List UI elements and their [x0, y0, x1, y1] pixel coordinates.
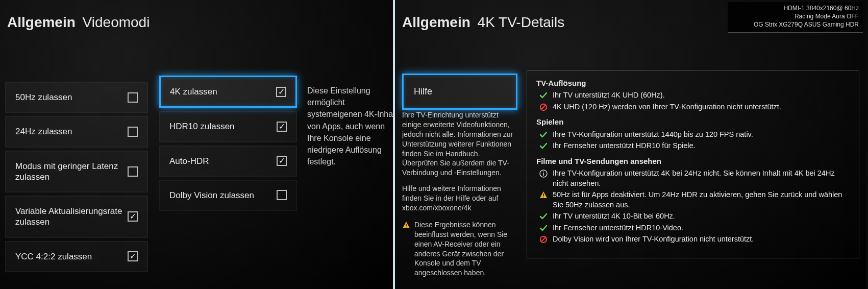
osd-line: Racing Mode Aura OFF [733, 12, 859, 20]
checkbox-icon [276, 87, 286, 97]
option-label: HDR10 zulassen [169, 121, 277, 132]
option-dolby-vision[interactable]: Dolby Vision zulassen [159, 180, 297, 211]
breadcrumb-section: Allgemein [7, 14, 76, 30]
help-text-column: Ihre TV-Einrichtung unterstützt einige e… [402, 104, 517, 278]
help-warning: Diese Ergebnisse können beeinflusst werd… [402, 220, 517, 278]
detail-row: Ihr TV unterstützt 4K 10-Bit bei 60Hz. [539, 211, 850, 222]
check-icon [539, 142, 548, 150]
breadcrumb: Allgemein Videomodi [7, 14, 150, 31]
detail-row: Ihre TV-Konfiguration unterstützt 1440p … [539, 130, 850, 140]
help-paragraph: Hilfe und weitere Informationen finden S… [402, 184, 517, 213]
option-low-latency[interactable]: Modus mit geringer Latenz zulassen [5, 151, 148, 193]
checkbox-icon [128, 127, 138, 137]
option-label: 50Hz zulassen [15, 92, 128, 103]
checkbox-icon [128, 211, 138, 222]
detail-row: Ihr Fernseher unterstützt HDR10 für Spie… [539, 141, 850, 151]
breadcrumb: Allgemein 4K TV-Details [402, 14, 564, 31]
checkbox-icon [128, 251, 138, 261]
detail-text: 50Hz ist für Apps deaktiviert. Um 24Hz H… [553, 190, 850, 210]
detail-row: 50Hz ist für Apps deaktiviert. Um 24Hz H… [539, 190, 850, 210]
section-title: TV-Auflösung [536, 78, 850, 88]
pane-4k-details: HDMI-1 3840x2160@ 60Hz Racing Mode Aura … [395, 0, 866, 289]
options-column-right: 4K zulassen HDR10 zulassen Auto-HDR Dolb… [159, 76, 297, 211]
check-icon [539, 212, 548, 221]
breadcrumb-page: Videomodi [83, 14, 150, 30]
section-title: Filme und TV-Sendungen ansehen [536, 156, 850, 166]
warning-icon [402, 221, 410, 229]
option-label: Modus mit geringer Latenz zulassen [15, 161, 128, 183]
detail-row: Ihr TV unterstützt 4K UHD (60Hz). [539, 90, 850, 101]
detail-row: Dolby Vision wird von Ihrer TV-Konfigura… [539, 234, 850, 245]
help-warning-text: Diese Ergebnisse können beeinflusst werd… [414, 220, 517, 278]
osd-line: OG Strix XG279Q ASUS Gaming HDR [733, 20, 859, 29]
option-50hz[interactable]: 50Hz zulassen [5, 82, 148, 113]
checkbox-icon [128, 92, 138, 103]
detail-text: Ihr TV unterstützt 4K 10-Bit bei 60Hz. [553, 211, 850, 222]
checkbox-icon [277, 190, 287, 200]
unsupported-icon [539, 235, 548, 244]
option-24hz[interactable]: 24Hz zulassen [5, 116, 148, 147]
detail-row: 4K UHD (120 Hz) werden von Ihrer TV-Konf… [539, 102, 850, 112]
check-icon [539, 131, 548, 139]
detail-row: Ihre TV-Konfiguration unterstützt 4K bei… [539, 168, 850, 188]
checkbox-icon [128, 166, 138, 177]
osd-line: HDMI-1 3840x2160@ 60Hz [733, 4, 859, 12]
option-auto-hdr[interactable]: Auto-HDR [159, 146, 297, 177]
option-label: Auto-HDR [169, 156, 277, 166]
option-label: YCC 4:2:2 zulassen [15, 251, 128, 262]
option-label: 24Hz zulassen [15, 126, 128, 137]
option-ycc422[interactable]: YCC 4:2:2 zulassen [5, 241, 148, 272]
checkbox-icon [277, 156, 287, 166]
detail-text: Ihr Fernseher unterstützt HDR10 für Spie… [553, 141, 850, 151]
check-icon [539, 91, 548, 100]
options-column-left: 50Hz zulassen 24Hz zulassen Modus mit ge… [5, 82, 148, 272]
detail-row: Ihr Fernseher unterstützt HDR10-Video. [539, 223, 850, 233]
pane-videomodi: Allgemein Videomodi 50Hz zulassen 24Hz z… [0, 0, 395, 289]
monitor-osd-overlay: HDMI-1 3840x2160@ 60Hz Racing Mode Aura … [728, 2, 863, 33]
checkbox-icon [277, 122, 287, 132]
option-hdr10[interactable]: HDR10 zulassen [159, 111, 297, 142]
breadcrumb-page: 4K TV-Details [478, 14, 565, 30]
detail-text: Ihr Fernseher unterstützt HDR10-Video. [553, 223, 850, 233]
check-icon [539, 224, 548, 232]
section-title: Spielen [536, 117, 850, 127]
detail-text: 4K UHD (120 Hz) werden von Ihrer TV-Konf… [553, 102, 850, 112]
option-description: Diese Einstellung ermöglicht systemeigen… [307, 85, 399, 167]
option-label: Variable Aktualisierungsrate zulassen [15, 206, 128, 228]
unsupported-icon [539, 103, 548, 111]
tv-details-panel: TV-Auflösung Ihr TV unterstützt 4K UHD (… [527, 70, 859, 258]
warning-icon [539, 191, 548, 199]
help-button-label: Hilfe [414, 86, 432, 97]
breadcrumb-section: Allgemein [402, 14, 470, 30]
detail-text: Dolby Vision wird von Ihrer TV-Konfigura… [553, 234, 850, 245]
option-4k[interactable]: 4K zulassen [159, 76, 297, 108]
option-label: 4K zulassen [170, 86, 276, 97]
detail-text: Ihre TV-Konfiguration unterstützt 1440p … [553, 130, 850, 140]
option-vrr[interactable]: Variable Aktualisierungsrate zulassen [5, 196, 148, 238]
detail-text: Ihr TV unterstützt 4K UHD (60Hz). [553, 90, 850, 101]
detail-text: Ihre TV-Konfiguration unterstützt 4K bei… [553, 168, 850, 188]
help-paragraph: Ihre TV-Einrichtung unterstützt einige e… [402, 110, 517, 178]
option-label: Dolby Vision zulassen [169, 190, 277, 201]
info-icon [539, 170, 548, 178]
